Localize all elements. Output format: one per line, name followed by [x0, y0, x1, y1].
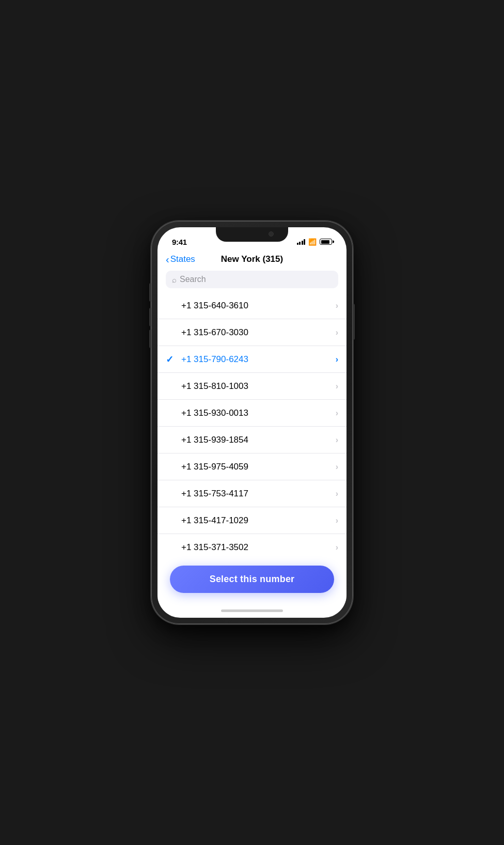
list-item-left: +1 315-753-4117 [166, 489, 248, 499]
list-item-left: ✓+1 315-790-6243 [166, 354, 248, 365]
chevron-right-icon: › [336, 489, 338, 498]
home-bar [221, 609, 283, 612]
list-item[interactable]: +1 315-670-3030› [158, 319, 346, 346]
notch [216, 227, 288, 242]
back-chevron-icon: ‹ [166, 254, 169, 264]
phone-number-text: +1 315-670-3030 [181, 327, 248, 338]
phone-number-text: +1 315-371-3502 [181, 542, 248, 553]
list-item-left: +1 315-417-1029 [166, 515, 248, 526]
status-time: 9:41 [172, 238, 187, 246]
list-item[interactable]: +1 315-939-1854› [158, 427, 346, 453]
list-item[interactable]: +1 315-753-4117› [158, 480, 346, 507]
list-item-left: +1 315-640-3610 [166, 301, 248, 311]
phone-number-text: +1 315-640-3610 [181, 301, 248, 311]
list-item[interactable]: +1 315-371-3502› [158, 534, 346, 559]
chevron-right-icon: › [336, 462, 338, 472]
wifi-icon: 📶 [308, 238, 317, 246]
battery-icon [320, 239, 332, 245]
list-item-left: +1 315-371-3502 [166, 542, 248, 553]
phone-number-text: +1 315-753-4117 [181, 489, 248, 499]
search-placeholder: Search [180, 275, 206, 284]
search-bar[interactable]: ⌕ Search [166, 271, 338, 288]
chevron-right-icon: › [336, 301, 338, 310]
phone-screen: 9:41 📶 ‹ States New York (315) [158, 227, 346, 618]
chevron-right-icon: › [336, 328, 338, 337]
list-item[interactable]: ✓+1 315-790-6243› [158, 346, 346, 373]
list-item[interactable]: +1 315-930-0013› [158, 400, 346, 427]
list-item-left: +1 315-670-3030 [166, 327, 248, 338]
status-icons: 📶 [297, 238, 333, 246]
list-item[interactable]: +1 315-810-1003› [158, 373, 346, 400]
select-number-button[interactable]: Select this number [170, 566, 334, 593]
search-container: ⌕ Search [158, 269, 346, 292]
nav-title: New York (315) [221, 254, 283, 264]
back-label: States [170, 254, 195, 264]
chevron-right-icon: › [336, 355, 338, 364]
phone-number-text: +1 315-790-6243 [181, 354, 248, 365]
checkmark-icon: ✓ [166, 354, 176, 365]
signal-icon [297, 239, 306, 245]
chevron-right-icon: › [336, 409, 338, 418]
list-item-left: +1 315-930-0013 [166, 408, 248, 418]
phone-number-list: +1 315-640-3610›+1 315-670-3030›✓+1 315-… [158, 292, 346, 559]
phone-number-text: +1 315-930-0013 [181, 408, 248, 418]
phone-number-text: +1 315-939-1854 [181, 435, 248, 445]
list-item[interactable]: +1 315-640-3610› [158, 292, 346, 319]
bottom-area: Select this number [158, 559, 346, 603]
list-item-left: +1 315-939-1854 [166, 435, 248, 445]
chevron-right-icon: › [336, 435, 338, 445]
list-item[interactable]: +1 315-975-4059› [158, 453, 346, 480]
phone-frame: 9:41 📶 ‹ States New York (315) [151, 221, 353, 624]
search-icon: ⌕ [172, 275, 177, 284]
nav-bar: ‹ States New York (315) [158, 250, 346, 269]
home-indicator [158, 603, 346, 618]
list-item-left: +1 315-975-4059 [166, 462, 248, 472]
chevron-right-icon: › [336, 543, 338, 552]
phone-number-text: +1 315-810-1003 [181, 381, 248, 392]
front-camera [269, 231, 274, 237]
back-button[interactable]: ‹ States [166, 254, 195, 264]
phone-number-text: +1 315-417-1029 [181, 515, 248, 526]
list-item-left: +1 315-810-1003 [166, 381, 248, 392]
phone-number-text: +1 315-975-4059 [181, 462, 248, 472]
chevron-right-icon: › [336, 382, 338, 391]
list-item[interactable]: +1 315-417-1029› [158, 507, 346, 534]
chevron-right-icon: › [336, 516, 338, 525]
